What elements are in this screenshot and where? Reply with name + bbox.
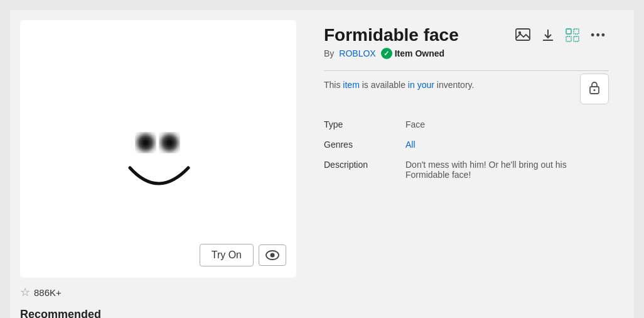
creator-row: By ROBLOX ✓ Item Owned [324, 48, 609, 59]
svg-rect-7 [574, 29, 579, 34]
owned-text: Item Owned [395, 48, 444, 58]
check-mark: ✓ [384, 50, 389, 58]
left-panel: Try On ☆ 886K+ Recommended [20, 20, 309, 318]
favorites-count: 886K+ [34, 287, 62, 298]
svg-point-1 [271, 253, 275, 258]
your-highlight: your [417, 80, 434, 90]
item-title: Formidable face [324, 25, 459, 45]
mouth-curve [130, 168, 188, 184]
details-table: Type Face Genres All Description Don't m… [324, 114, 609, 185]
more-button[interactable]: ••• [588, 26, 609, 45]
grid-icon [566, 28, 579, 42]
genres-value: All [405, 134, 609, 155]
description-label: Description [324, 155, 405, 185]
type-label: Type [324, 114, 405, 134]
by-label: By [324, 48, 334, 58]
eye-button[interactable] [259, 244, 286, 266]
eye-icon [266, 250, 279, 260]
item-image-box: Try On [20, 20, 296, 278]
description-value: Don't mess with him! Or he'll bring out … [405, 155, 609, 185]
face-illustration [95, 86, 221, 212]
lock-icon [588, 80, 601, 94]
star-icon[interactable]: ☆ [20, 285, 30, 299]
svg-rect-9 [574, 36, 579, 41]
page-container: Try On ☆ 886K+ Recommended Formidable fa… [10, 10, 634, 318]
check-circle-icon: ✓ [381, 48, 392, 59]
availability-text: This item is available in your inventory… [324, 79, 474, 92]
try-on-button[interactable]: Try On [200, 244, 254, 266]
svg-point-11 [594, 89, 596, 91]
image-icon [515, 28, 530, 42]
download-icon-button[interactable] [539, 26, 557, 45]
header-icons: ••• [513, 26, 609, 45]
download-icon [542, 28, 554, 42]
svg-rect-8 [566, 36, 571, 41]
creator-link[interactable]: ROBLOX [339, 48, 375, 58]
right-eye-pupil [167, 140, 172, 145]
type-value: Face [405, 114, 609, 134]
item-highlight: item [343, 80, 359, 90]
lock-button[interactable] [580, 74, 609, 104]
in-highlight: in [408, 80, 415, 90]
image-icon-button[interactable] [513, 26, 533, 45]
item-header-row: Formidable face [324, 25, 609, 45]
svg-rect-6 [566, 29, 571, 34]
recommended-label: Recommended [20, 308, 101, 318]
right-panel: Formidable face [309, 20, 624, 318]
owned-badge: ✓ Item Owned [381, 48, 444, 59]
grid-icon-button[interactable] [563, 26, 582, 45]
favorites-row: ☆ 886K+ [20, 285, 62, 299]
try-on-row: Try On [200, 244, 286, 266]
svg-rect-2 [516, 29, 530, 40]
more-dots-icon: ••• [591, 29, 606, 42]
left-eye-pupil [143, 140, 148, 145]
divider [324, 70, 609, 71]
genres-label: Genres [324, 134, 405, 155]
